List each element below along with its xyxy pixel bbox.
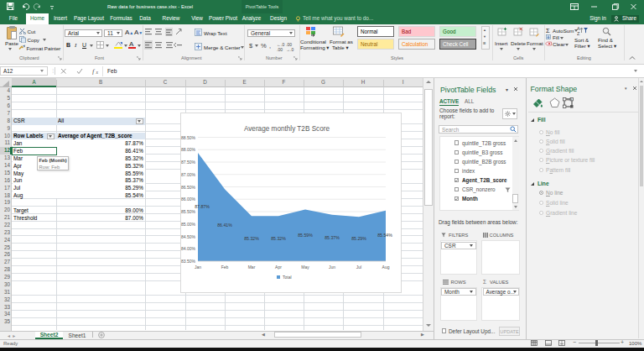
svg-text:Total: Total: [283, 275, 292, 280]
svg-text:85.59%: 85.59%: [298, 233, 313, 238]
svg-text:85.32%: 85.32%: [244, 236, 259, 241]
svg-text:85.00%: 85.00%: [181, 222, 196, 227]
svg-text:85.50%: 85.50%: [181, 209, 196, 214]
svg-text:88.50%: 88.50%: [181, 135, 196, 140]
svg-text:84.50%: 84.50%: [181, 234, 196, 239]
svg-text:84.00%: 84.00%: [181, 246, 196, 251]
svg-text:86.00%: 86.00%: [181, 196, 196, 202]
svg-text:88.00%: 88.00%: [181, 147, 196, 152]
svg-text:May: May: [301, 265, 309, 270]
svg-text:x: x: [96, 70, 99, 75]
svg-text:SIZE: SIZE: [567, 98, 573, 102]
svg-text:Z: Z: [577, 31, 580, 36]
svg-text:Jun: Jun: [329, 265, 335, 270]
svg-text:85.37%: 85.37%: [325, 235, 340, 240]
svg-text:Jul: Jul: [356, 265, 361, 270]
svg-text:87.00%: 87.00%: [181, 172, 196, 177]
svg-text:Aug: Aug: [382, 265, 390, 270]
svg-text:83.50%: 83.50%: [181, 259, 196, 264]
svg-text:85.54%: 85.54%: [377, 233, 392, 238]
svg-text:Feb: Feb: [221, 265, 229, 270]
svg-text:f: f: [92, 68, 96, 75]
svg-text:87.87%: 87.87%: [195, 204, 210, 209]
svg-text:85.29%: 85.29%: [351, 236, 366, 241]
svg-text:Apr: Apr: [275, 265, 282, 270]
svg-text:87.50%: 87.50%: [181, 160, 196, 165]
svg-text:85.32%: 85.32%: [271, 236, 286, 241]
svg-text:86.41%: 86.41%: [217, 223, 232, 228]
svg-text:Jan: Jan: [195, 265, 201, 270]
svg-text:86.50%: 86.50%: [181, 185, 196, 190]
svg-text:Average monthly T2B Score: Average monthly T2B Score: [244, 125, 330, 133]
svg-text:Mar: Mar: [248, 265, 256, 270]
